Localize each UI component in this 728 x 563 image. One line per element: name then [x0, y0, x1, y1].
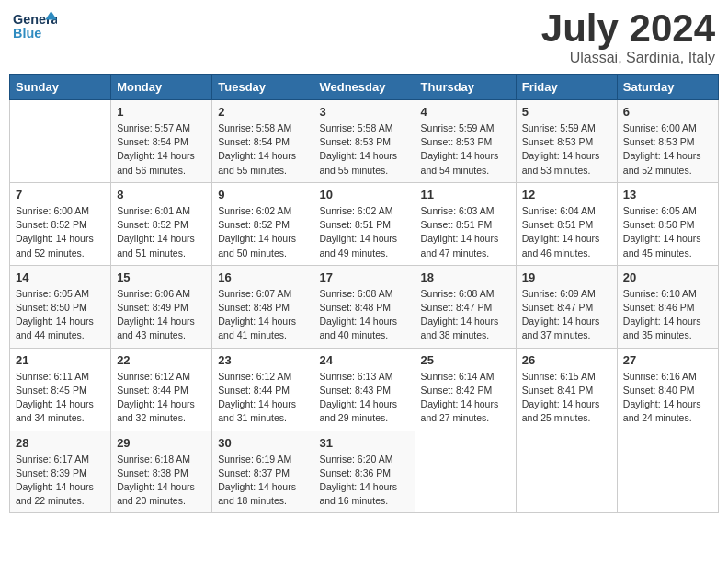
- table-row: 5Sunrise: 5:59 AM Sunset: 8:53 PM Daylig…: [516, 100, 617, 183]
- header-thursday: Thursday: [415, 75, 516, 100]
- table-row: [10, 100, 111, 183]
- day-number: 1: [117, 105, 206, 119]
- day-detail: Sunrise: 6:00 AM Sunset: 8:52 PM Dayligh…: [16, 204, 105, 260]
- day-detail: Sunrise: 6:08 AM Sunset: 8:47 PM Dayligh…: [421, 287, 510, 343]
- day-number: 13: [623, 188, 712, 201]
- day-detail: Sunrise: 6:07 AM Sunset: 8:48 PM Dayligh…: [218, 287, 307, 343]
- table-row: 28Sunrise: 6:17 AM Sunset: 8:39 PM Dayli…: [10, 431, 111, 513]
- day-detail: Sunrise: 6:09 AM Sunset: 8:47 PM Dayligh…: [522, 287, 611, 343]
- day-number: 24: [319, 353, 408, 367]
- day-detail: Sunrise: 5:59 AM Sunset: 8:53 PM Dayligh…: [522, 121, 611, 178]
- table-row: [617, 431, 718, 513]
- day-detail: Sunrise: 6:11 AM Sunset: 8:45 PM Dayligh…: [16, 370, 105, 426]
- calendar-week-row: 1Sunrise: 5:57 AM Sunset: 8:54 PM Daylig…: [10, 100, 719, 183]
- day-number: 7: [16, 188, 105, 201]
- table-row: 9Sunrise: 6:02 AM Sunset: 8:52 PM Daylig…: [212, 182, 313, 265]
- day-detail: Sunrise: 6:03 AM Sunset: 8:51 PM Dayligh…: [421, 204, 510, 260]
- table-row: 27Sunrise: 6:16 AM Sunset: 8:40 PM Dayli…: [617, 348, 718, 431]
- calendar-subtitle: Ulassai, Sardinia, Italy: [541, 50, 715, 66]
- day-number: 17: [319, 270, 408, 284]
- header-tuesday: Tuesday: [212, 75, 313, 100]
- table-row: 4Sunrise: 5:59 AM Sunset: 8:53 PM Daylig…: [415, 100, 516, 183]
- day-detail: Sunrise: 6:12 AM Sunset: 8:44 PM Dayligh…: [218, 370, 307, 426]
- table-row: 7Sunrise: 6:00 AM Sunset: 8:52 PM Daylig…: [10, 182, 111, 265]
- day-number: 29: [117, 436, 206, 450]
- table-row: 13Sunrise: 6:05 AM Sunset: 8:50 PM Dayli…: [617, 182, 718, 265]
- day-number: 25: [421, 353, 510, 367]
- day-detail: Sunrise: 6:16 AM Sunset: 8:40 PM Dayligh…: [623, 370, 712, 426]
- title-block: July 2024 Ulassai, Sardinia, Italy: [541, 9, 715, 66]
- table-row: 22Sunrise: 6:12 AM Sunset: 8:44 PM Dayli…: [111, 348, 212, 431]
- logo: General Blue: [13, 9, 57, 42]
- header-saturday: Saturday: [617, 75, 718, 100]
- table-row: [415, 431, 516, 513]
- day-number: 26: [522, 353, 611, 367]
- day-detail: Sunrise: 6:00 AM Sunset: 8:53 PM Dayligh…: [623, 121, 712, 178]
- day-number: 8: [117, 188, 206, 201]
- day-detail: Sunrise: 6:06 AM Sunset: 8:49 PM Dayligh…: [117, 287, 206, 343]
- day-detail: Sunrise: 6:04 AM Sunset: 8:51 PM Dayligh…: [522, 204, 611, 260]
- table-row: 18Sunrise: 6:08 AM Sunset: 8:47 PM Dayli…: [415, 265, 516, 348]
- day-detail: Sunrise: 6:05 AM Sunset: 8:50 PM Dayligh…: [623, 204, 712, 260]
- calendar-header-row: Sunday Monday Tuesday Wednesday Thursday…: [10, 75, 719, 100]
- table-row: 12Sunrise: 6:04 AM Sunset: 8:51 PM Dayli…: [516, 182, 617, 265]
- header-sunday: Sunday: [10, 75, 111, 100]
- day-detail: Sunrise: 6:17 AM Sunset: 8:39 PM Dayligh…: [16, 453, 105, 509]
- day-number: 22: [117, 353, 206, 367]
- table-row: 1Sunrise: 5:57 AM Sunset: 8:54 PM Daylig…: [111, 100, 212, 183]
- day-number: 2: [218, 105, 307, 119]
- day-number: 21: [16, 353, 105, 367]
- header-friday: Friday: [516, 75, 617, 100]
- calendar-table: Sunday Monday Tuesday Wednesday Thursday…: [9, 74, 719, 513]
- day-detail: Sunrise: 6:05 AM Sunset: 8:50 PM Dayligh…: [16, 287, 105, 343]
- day-detail: Sunrise: 5:58 AM Sunset: 8:53 PM Dayligh…: [319, 121, 408, 178]
- page-header: General Blue July 2024 Ulassai, Sardinia…: [9, 9, 719, 66]
- day-number: 11: [421, 188, 510, 201]
- table-row: 31Sunrise: 6:20 AM Sunset: 8:36 PM Dayli…: [313, 431, 415, 513]
- day-number: 20: [623, 270, 712, 284]
- table-row: 21Sunrise: 6:11 AM Sunset: 8:45 PM Dayli…: [10, 348, 111, 431]
- table-row: 30Sunrise: 6:19 AM Sunset: 8:37 PM Dayli…: [212, 431, 313, 513]
- table-row: 14Sunrise: 6:05 AM Sunset: 8:50 PM Dayli…: [10, 265, 111, 348]
- header-monday: Monday: [111, 75, 212, 100]
- table-row: 8Sunrise: 6:01 AM Sunset: 8:52 PM Daylig…: [111, 182, 212, 265]
- day-number: 31: [319, 436, 408, 450]
- table-row: 26Sunrise: 6:15 AM Sunset: 8:41 PM Dayli…: [516, 348, 617, 431]
- table-row: 15Sunrise: 6:06 AM Sunset: 8:49 PM Dayli…: [111, 265, 212, 348]
- calendar-week-row: 21Sunrise: 6:11 AM Sunset: 8:45 PM Dayli…: [10, 348, 719, 431]
- day-detail: Sunrise: 6:08 AM Sunset: 8:48 PM Dayligh…: [319, 287, 408, 343]
- day-detail: Sunrise: 5:58 AM Sunset: 8:54 PM Dayligh…: [218, 121, 307, 178]
- calendar-title: July 2024: [541, 9, 715, 48]
- calendar-week-row: 14Sunrise: 6:05 AM Sunset: 8:50 PM Dayli…: [10, 265, 719, 348]
- calendar-week-row: 7Sunrise: 6:00 AM Sunset: 8:52 PM Daylig…: [10, 182, 719, 265]
- day-detail: Sunrise: 6:13 AM Sunset: 8:43 PM Dayligh…: [319, 370, 408, 426]
- table-row: 17Sunrise: 6:08 AM Sunset: 8:48 PM Dayli…: [313, 265, 415, 348]
- day-number: 28: [16, 436, 105, 450]
- day-detail: Sunrise: 6:02 AM Sunset: 8:51 PM Dayligh…: [319, 204, 408, 260]
- table-row: 23Sunrise: 6:12 AM Sunset: 8:44 PM Dayli…: [212, 348, 313, 431]
- day-number: 19: [522, 270, 611, 284]
- day-number: 15: [117, 270, 206, 284]
- table-row: 6Sunrise: 6:00 AM Sunset: 8:53 PM Daylig…: [617, 100, 718, 183]
- table-row: 29Sunrise: 6:18 AM Sunset: 8:38 PM Dayli…: [111, 431, 212, 513]
- day-detail: Sunrise: 6:01 AM Sunset: 8:52 PM Dayligh…: [117, 204, 206, 260]
- table-row: 25Sunrise: 6:14 AM Sunset: 8:42 PM Dayli…: [415, 348, 516, 431]
- logo-icon: General Blue: [13, 9, 57, 42]
- day-number: 3: [319, 105, 408, 119]
- svg-text:Blue: Blue: [13, 26, 41, 40]
- day-detail: Sunrise: 6:12 AM Sunset: 8:44 PM Dayligh…: [117, 370, 206, 426]
- day-number: 27: [623, 353, 712, 367]
- day-number: 18: [421, 270, 510, 284]
- day-number: 10: [319, 188, 408, 201]
- day-detail: Sunrise: 5:57 AM Sunset: 8:54 PM Dayligh…: [117, 121, 206, 178]
- day-number: 12: [522, 188, 611, 201]
- day-number: 14: [16, 270, 105, 284]
- day-number: 23: [218, 353, 307, 367]
- day-detail: Sunrise: 6:20 AM Sunset: 8:36 PM Dayligh…: [319, 453, 408, 509]
- header-wednesday: Wednesday: [313, 75, 415, 100]
- table-row: 10Sunrise: 6:02 AM Sunset: 8:51 PM Dayli…: [313, 182, 415, 265]
- day-detail: Sunrise: 6:14 AM Sunset: 8:42 PM Dayligh…: [421, 370, 510, 426]
- table-row: [516, 431, 617, 513]
- table-row: 16Sunrise: 6:07 AM Sunset: 8:48 PM Dayli…: [212, 265, 313, 348]
- day-number: 5: [522, 105, 611, 119]
